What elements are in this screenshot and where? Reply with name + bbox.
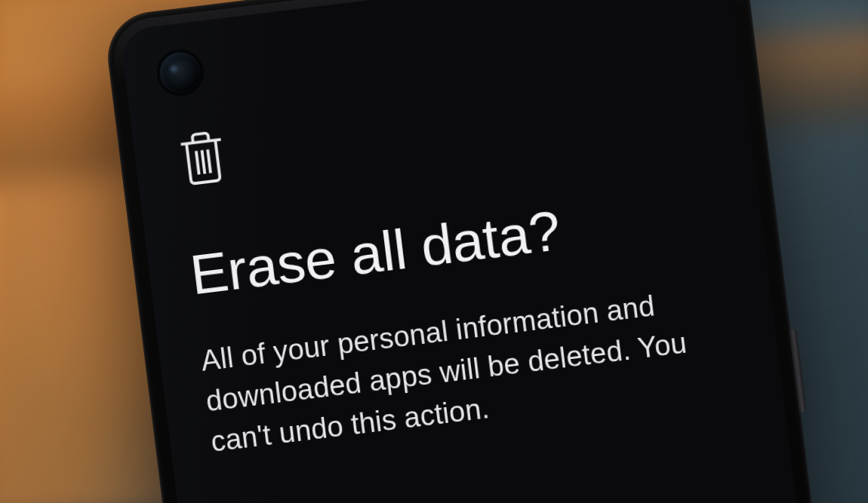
phone-device: Erase all data? All of your personal inf… [104, 0, 823, 503]
front-camera [158, 50, 203, 95]
phone-screen: Erase all data? All of your personal inf… [119, 0, 808, 503]
trash-icon [174, 65, 713, 190]
svg-line-2 [208, 149, 211, 173]
svg-line-1 [202, 150, 205, 173]
dialog-body: All of your personal information and dow… [199, 276, 746, 462]
phone-frame: Erase all data? All of your personal inf… [104, 0, 823, 503]
svg-line-0 [196, 151, 199, 174]
dialog-icon-row [174, 65, 713, 190]
